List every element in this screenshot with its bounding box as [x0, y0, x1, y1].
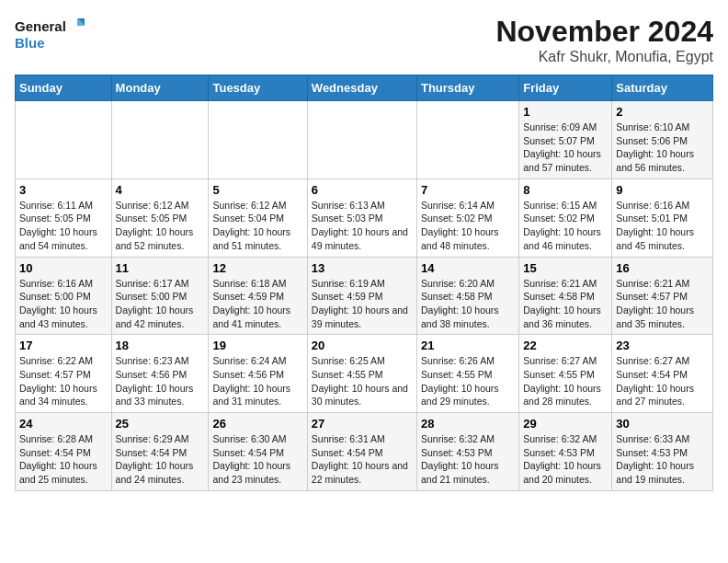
location-subtitle: Kafr Shukr, Monufia, Egypt — [495, 49, 713, 65]
calendar-week-row: 10Sunrise: 6:16 AMSunset: 5:00 PMDayligh… — [16, 257, 713, 335]
calendar-cell: 9Sunrise: 6:16 AMSunset: 5:01 PMDaylight… — [612, 178, 713, 257]
day-info: Sunrise: 6:11 AMSunset: 5:05 PMDaylight:… — [19, 199, 108, 253]
calendar-cell: 22Sunrise: 6:27 AMSunset: 4:55 PMDayligh… — [519, 335, 612, 413]
calendar-cell — [111, 101, 209, 179]
calendar-cell: 26Sunrise: 6:30 AMSunset: 4:54 PMDayligh… — [209, 413, 307, 491]
day-number: 14 — [421, 261, 515, 275]
day-number: 5 — [212, 183, 302, 197]
day-info: Sunrise: 6:30 AMSunset: 4:54 PMDaylight:… — [212, 432, 302, 487]
calendar-cell: 8Sunrise: 6:15 AMSunset: 5:02 PMDaylight… — [519, 178, 612, 257]
day-number: 7 — [421, 183, 515, 197]
calendar-cell: 5Sunrise: 6:12 AMSunset: 5:04 PMDaylight… — [209, 178, 307, 257]
day-info: Sunrise: 6:10 AMSunset: 5:06 PMDaylight:… — [616, 121, 709, 175]
calendar-cell: 7Sunrise: 6:14 AMSunset: 5:02 PMDaylight… — [416, 178, 518, 257]
day-number: 23 — [616, 339, 709, 352]
day-info: Sunrise: 6:15 AMSunset: 5:02 PMDaylight:… — [523, 199, 608, 253]
day-info: Sunrise: 6:18 AMSunset: 4:59 PMDaylight:… — [212, 277, 302, 331]
day-info: Sunrise: 6:13 AMSunset: 5:03 PMDaylight:… — [312, 199, 413, 253]
day-info: Sunrise: 6:14 AMSunset: 5:02 PMDaylight:… — [421, 199, 515, 253]
calendar-cell: 30Sunrise: 6:33 AMSunset: 4:53 PMDayligh… — [612, 413, 713, 491]
day-info: Sunrise: 6:16 AMSunset: 5:00 PMDaylight:… — [19, 277, 108, 331]
day-number: 28 — [421, 417, 515, 431]
day-number: 19 — [212, 339, 302, 352]
calendar-cell: 17Sunrise: 6:22 AMSunset: 4:57 PMDayligh… — [16, 335, 112, 413]
day-info: Sunrise: 6:33 AMSunset: 4:53 PMDaylight:… — [616, 432, 709, 487]
svg-text:Blue: Blue — [15, 35, 45, 51]
day-number: 10 — [19, 261, 108, 275]
day-number: 9 — [616, 183, 709, 197]
calendar-cell: 25Sunrise: 6:29 AMSunset: 4:54 PMDayligh… — [111, 413, 209, 491]
calendar-cell — [209, 101, 307, 179]
day-info: Sunrise: 6:23 AMSunset: 4:56 PMDaylight:… — [116, 354, 205, 408]
day-number: 21 — [421, 339, 515, 352]
day-number: 29 — [523, 417, 608, 431]
day-info: Sunrise: 6:21 AMSunset: 4:58 PMDaylight:… — [523, 277, 608, 331]
day-number: 16 — [616, 261, 709, 275]
day-info: Sunrise: 6:19 AMSunset: 4:59 PMDaylight:… — [312, 277, 413, 331]
weekday-header-sunday: Sunday — [16, 75, 112, 101]
day-info: Sunrise: 6:32 AMSunset: 4:53 PMDaylight:… — [523, 432, 608, 487]
calendar-cell: 20Sunrise: 6:25 AMSunset: 4:55 PMDayligh… — [307, 335, 416, 413]
title-area: November 2024 Kafr Shukr, Monufia, Egypt — [495, 15, 713, 65]
day-info: Sunrise: 6:27 AMSunset: 4:55 PMDaylight:… — [523, 354, 608, 408]
page-header: General Blue November 2024 Kafr Shukr, M… — [15, 15, 713, 65]
day-number: 8 — [523, 183, 608, 197]
calendar-cell: 10Sunrise: 6:16 AMSunset: 5:00 PMDayligh… — [16, 257, 112, 335]
calendar-cell: 27Sunrise: 6:31 AMSunset: 4:54 PMDayligh… — [307, 413, 416, 491]
calendar-week-row: 1Sunrise: 6:09 AMSunset: 5:07 PMDaylight… — [16, 101, 713, 179]
calendar-cell: 3Sunrise: 6:11 AMSunset: 5:05 PMDaylight… — [16, 178, 112, 257]
day-number: 11 — [116, 261, 205, 275]
calendar-cell: 29Sunrise: 6:32 AMSunset: 4:53 PMDayligh… — [519, 413, 612, 491]
day-info: Sunrise: 6:09 AMSunset: 5:07 PMDaylight:… — [523, 121, 608, 175]
day-info: Sunrise: 6:21 AMSunset: 4:57 PMDaylight:… — [616, 277, 709, 331]
calendar-table: SundayMondayTuesdayWednesdayThursdayFrid… — [15, 75, 713, 491]
day-info: Sunrise: 6:24 AMSunset: 4:56 PMDaylight:… — [212, 354, 302, 408]
day-number: 22 — [523, 339, 608, 352]
day-number: 6 — [312, 183, 413, 197]
calendar-cell — [307, 101, 416, 179]
day-number: 2 — [616, 105, 709, 119]
calendar-cell: 24Sunrise: 6:28 AMSunset: 4:54 PMDayligh… — [16, 413, 112, 491]
calendar-cell: 21Sunrise: 6:26 AMSunset: 4:55 PMDayligh… — [416, 335, 518, 413]
calendar-week-row: 3Sunrise: 6:11 AMSunset: 5:05 PMDaylight… — [16, 178, 713, 257]
day-number: 15 — [523, 261, 608, 275]
calendar-cell: 1Sunrise: 6:09 AMSunset: 5:07 PMDaylight… — [519, 101, 612, 179]
calendar-cell: 19Sunrise: 6:24 AMSunset: 4:56 PMDayligh… — [209, 335, 307, 413]
calendar-cell: 14Sunrise: 6:20 AMSunset: 4:58 PMDayligh… — [416, 257, 518, 335]
day-number: 25 — [116, 417, 205, 431]
day-info: Sunrise: 6:12 AMSunset: 5:04 PMDaylight:… — [212, 199, 302, 253]
day-info: Sunrise: 6:31 AMSunset: 4:54 PMDaylight:… — [312, 432, 413, 487]
weekday-header-row: SundayMondayTuesdayWednesdayThursdayFrid… — [16, 75, 713, 101]
day-number: 4 — [116, 183, 205, 197]
calendar-cell: 23Sunrise: 6:27 AMSunset: 4:54 PMDayligh… — [612, 335, 713, 413]
calendar-cell: 4Sunrise: 6:12 AMSunset: 5:05 PMDaylight… — [111, 178, 209, 257]
day-info: Sunrise: 6:22 AMSunset: 4:57 PMDaylight:… — [19, 354, 108, 408]
svg-text:General: General — [15, 18, 66, 34]
day-number: 18 — [116, 339, 205, 352]
calendar-cell: 11Sunrise: 6:17 AMSunset: 5:00 PMDayligh… — [111, 257, 209, 335]
day-number: 24 — [19, 417, 108, 431]
day-info: Sunrise: 6:25 AMSunset: 4:55 PMDaylight:… — [312, 354, 413, 408]
calendar-cell: 18Sunrise: 6:23 AMSunset: 4:56 PMDayligh… — [111, 335, 209, 413]
day-number: 3 — [19, 183, 108, 197]
day-number: 26 — [212, 417, 302, 431]
calendar-cell: 12Sunrise: 6:18 AMSunset: 4:59 PMDayligh… — [209, 257, 307, 335]
day-info: Sunrise: 6:27 AMSunset: 4:54 PMDaylight:… — [616, 354, 709, 408]
weekday-header-monday: Monday — [111, 75, 209, 101]
weekday-header-tuesday: Tuesday — [209, 75, 307, 101]
day-number: 20 — [312, 339, 413, 352]
day-number: 30 — [616, 417, 709, 431]
day-info: Sunrise: 6:32 AMSunset: 4:53 PMDaylight:… — [421, 432, 515, 487]
calendar-cell: 16Sunrise: 6:21 AMSunset: 4:57 PMDayligh… — [612, 257, 713, 335]
day-info: Sunrise: 6:28 AMSunset: 4:54 PMDaylight:… — [19, 432, 108, 487]
calendar-cell: 28Sunrise: 6:32 AMSunset: 4:53 PMDayligh… — [416, 413, 518, 491]
day-info: Sunrise: 6:29 AMSunset: 4:54 PMDaylight:… — [116, 432, 205, 487]
month-title: November 2024 — [495, 15, 713, 49]
logo-svg: General Blue — [15, 15, 88, 55]
day-info: Sunrise: 6:20 AMSunset: 4:58 PMDaylight:… — [421, 277, 515, 331]
weekday-header-wednesday: Wednesday — [307, 75, 416, 101]
calendar-week-row: 17Sunrise: 6:22 AMSunset: 4:57 PMDayligh… — [16, 335, 713, 413]
day-info: Sunrise: 6:17 AMSunset: 5:00 PMDaylight:… — [116, 277, 205, 331]
weekday-header-saturday: Saturday — [612, 75, 713, 101]
calendar-cell — [416, 101, 518, 179]
